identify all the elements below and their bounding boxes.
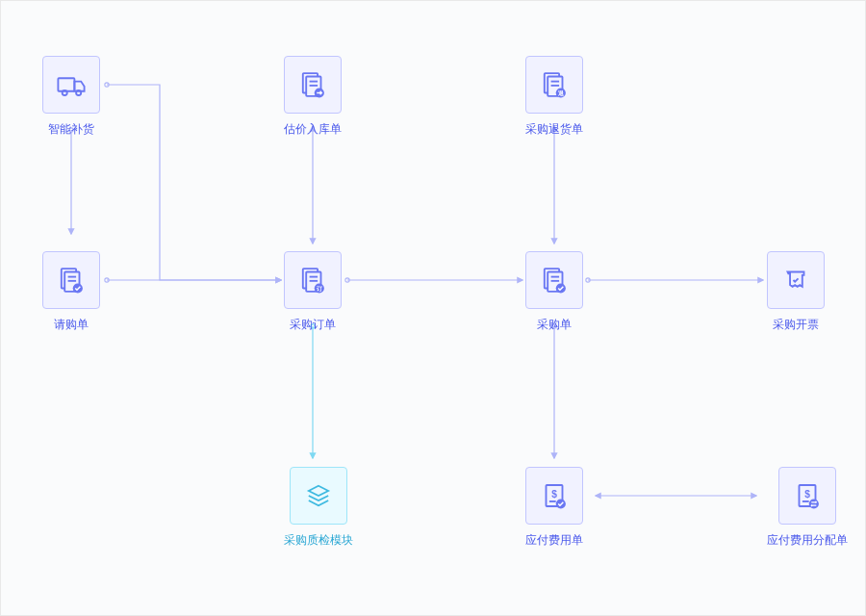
- doc-money-swap-icon: $: [778, 467, 836, 525]
- doc-check-icon: [42, 251, 100, 309]
- svg-text:订: 订: [316, 285, 322, 292]
- node-label: 估价入库单: [284, 121, 342, 138]
- truck-icon: [42, 56, 100, 114]
- node-purchase-bill[interactable]: 采购单: [525, 251, 583, 333]
- receipt-icon: [767, 251, 825, 309]
- layers-icon: [290, 467, 347, 525]
- node-label: 请购单: [54, 317, 89, 333]
- node-payable-expense[interactable]: $ 应付费用单: [525, 467, 583, 549]
- svg-text:$: $: [551, 489, 557, 500]
- node-label: 采购订单: [290, 317, 336, 333]
- node-purchase-order[interactable]: 订 采购订单: [284, 251, 342, 333]
- node-label: 应付费用分配单: [767, 532, 848, 549]
- doc-badge-icon: 订: [284, 251, 342, 309]
- node-estimate-inbound[interactable]: 估价入库单: [284, 56, 342, 138]
- svg-text:$: $: [804, 489, 810, 500]
- node-purchase-request[interactable]: 请购单: [42, 251, 100, 333]
- node-label: 应付费用单: [525, 532, 583, 549]
- node-label: 采购开票: [773, 317, 819, 333]
- svg-rect-11: [58, 78, 74, 91]
- doc-money-check-icon: $: [525, 467, 583, 525]
- doc-check-icon: [525, 251, 583, 309]
- node-label: 采购质检模块: [284, 532, 353, 549]
- svg-point-48: [809, 499, 819, 508]
- node-purchase-return[interactable]: 退 采购退货单: [525, 56, 583, 138]
- node-payable-allocation[interactable]: $ 应付费用分配单: [767, 467, 848, 549]
- node-smart-replenish[interactable]: 智能补货: [42, 56, 100, 138]
- doc-return-icon: 退: [525, 56, 583, 114]
- node-label: 采购单: [537, 317, 572, 333]
- node-purchase-invoice[interactable]: 采购开票: [767, 251, 825, 333]
- node-label: 智能补货: [48, 121, 94, 138]
- svg-text:退: 退: [557, 90, 565, 96]
- svg-point-12: [63, 90, 67, 95]
- node-label: 采购退货单: [525, 121, 583, 138]
- svg-point-13: [76, 90, 81, 95]
- node-quality-check[interactable]: 采购质检模块: [284, 467, 353, 549]
- doc-arrow-icon: [284, 56, 342, 114]
